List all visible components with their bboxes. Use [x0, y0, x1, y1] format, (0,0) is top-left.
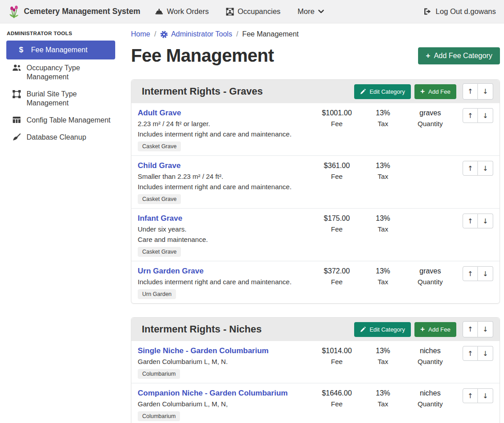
- move-fee-down-button[interactable]: ↓: [478, 214, 493, 228]
- fee-amount-label: Fee: [311, 400, 363, 408]
- move-fee-up-button[interactable]: ↑: [463, 266, 478, 281]
- fee-description-1: 2.23 m² / 24 ft² or larger.: [138, 119, 311, 128]
- move-fee-up-button[interactable]: ↑: [463, 388, 478, 403]
- fee-amount-label: Fee: [311, 225, 363, 233]
- fee-tax-col: 13% Tax: [363, 214, 403, 233]
- sidebar-item-config-table[interactable]: Config Table Management: [6, 112, 115, 129]
- move-category-up-button[interactable]: ↑: [463, 83, 478, 100]
- fee-name-link[interactable]: Adult Grave: [138, 108, 181, 118]
- fee-amount: $372.00: [311, 266, 363, 276]
- fee-name-link[interactable]: Child Grave: [138, 161, 180, 171]
- fee-reorder-group: ↑ ↓: [463, 214, 493, 228]
- up-arrow-icon: ↑: [468, 392, 473, 400]
- category-header: Interment Rights - Graves Edit Category …: [131, 80, 500, 103]
- sidebar-item-fee-management[interactable]: $ Fee Management: [6, 41, 115, 59]
- fee-amount-col: $361.00 Fee: [311, 161, 363, 180]
- up-arrow-icon: ↑: [468, 217, 473, 225]
- fee-tax-col: 13% Tax: [363, 346, 403, 365]
- fee-reorder-group: ↑ ↓: [463, 161, 493, 176]
- fee-tax-label: Tax: [363, 173, 403, 180]
- logout-button[interactable]: Log Out d.gowans: [423, 7, 496, 16]
- breadcrumb-admin-link[interactable]: Administrator Tools: [160, 30, 232, 38]
- fee-description-1: Smaller than 2.23 m² / 24 ft².: [138, 172, 311, 181]
- add-fee-button[interactable]: + Add Fee: [414, 322, 456, 337]
- move-category-down-button[interactable]: ↓: [478, 321, 493, 337]
- fee-category-card: Interment Rights - Graves Edit Category …: [131, 79, 500, 304]
- sidebar-item-label: Burial Site Type Management: [27, 90, 111, 108]
- fee-type-badge: Urn Garden: [138, 289, 176, 299]
- move-fee-down-button[interactable]: ↓: [478, 388, 493, 403]
- fee-amount: $175.00: [311, 214, 363, 223]
- plus-icon: +: [420, 327, 425, 332]
- fee-quantity: niches: [403, 346, 457, 356]
- dollar-icon: $: [16, 46, 26, 54]
- plus-icon: +: [426, 53, 430, 59]
- main-nav: Work Orders Occupancies: [155, 7, 324, 16]
- nav-work-orders-label: Work Orders: [167, 7, 209, 16]
- fee-main-cell: Urn Garden Grave Includes interment righ…: [138, 266, 311, 299]
- fee-description-1: Garden Columbarium L, M, N.: [138, 357, 311, 366]
- move-fee-up-button[interactable]: ↑: [463, 108, 478, 123]
- fee-tax-col: 13% Tax: [363, 108, 403, 127]
- fee-quantity-col: niches Quantity: [403, 346, 457, 365]
- fee-tax: 13%: [363, 214, 403, 223]
- sidebar-item-database-cleanup[interactable]: Database Cleanup: [6, 129, 115, 146]
- fee-tax-col: 13% Tax: [363, 266, 403, 286]
- tulip-logo-icon: [8, 5, 20, 18]
- fee-amount-col: $372.00 Fee: [311, 266, 363, 286]
- nav-occupancies[interactable]: Occupancies: [226, 7, 280, 16]
- add-fee-button[interactable]: + Add Fee: [414, 84, 456, 99]
- move-fee-up-button[interactable]: ↑: [463, 214, 478, 228]
- category-header: Interment Rights - Niches Edit Category …: [131, 318, 500, 341]
- move-fee-down-button[interactable]: ↓: [478, 161, 493, 176]
- fee-name-link[interactable]: Single Niche - Garden Columbarium: [138, 346, 269, 356]
- down-arrow-icon: ↓: [482, 392, 488, 400]
- up-arrow-icon: ↑: [468, 164, 473, 173]
- nav-occupancies-label: Occupancies: [238, 7, 280, 16]
- add-fee-category-button[interactable]: + Add Fee Category: [418, 47, 500, 64]
- nav-work-orders[interactable]: Work Orders: [155, 7, 209, 16]
- plus-icon: +: [420, 89, 425, 94]
- fee-description-2: Includes interment right and care and ma…: [138, 130, 311, 139]
- move-fee-down-button[interactable]: ↓: [478, 108, 493, 123]
- fee-quantity-col: graves Quantity: [403, 108, 457, 127]
- fee-name-link[interactable]: Urn Garden Grave: [138, 266, 203, 276]
- breadcrumb-home-link[interactable]: Home: [131, 30, 150, 38]
- sidebar-item-burial-site-type[interactable]: Burial Site Type Management: [6, 86, 115, 112]
- fee-tax-label: Tax: [363, 120, 403, 127]
- sidebar-item-occupancy-type[interactable]: Occupancy Type Management: [6, 59, 115, 86]
- fee-reorder-group: ↑ ↓: [463, 266, 493, 281]
- category-title: Interment Rights - Niches: [142, 323, 261, 335]
- app-brand[interactable]: Cemetery Management System: [8, 5, 140, 18]
- fee-name-link[interactable]: Companion Niche - Garden Columbarium: [138, 388, 288, 398]
- table-icon: [12, 116, 22, 123]
- add-fee-label: Add Fee: [428, 88, 450, 95]
- nav-more[interactable]: More: [297, 7, 324, 16]
- fee-amount: $361.00: [311, 161, 363, 171]
- move-fee-down-button[interactable]: ↓: [478, 346, 493, 361]
- broom-icon: [12, 133, 22, 141]
- down-arrow-icon: ↓: [482, 87, 488, 96]
- fee-amount-label: Fee: [311, 173, 363, 180]
- gear-icon: [160, 31, 168, 38]
- fee-name-link[interactable]: Infant Grave: [138, 214, 182, 223]
- fee-row: Adult Grave 2.23 m² / 24 ft² or larger. …: [131, 103, 500, 155]
- page-title: Fee Management: [131, 45, 274, 66]
- breadcrumb-separator: /: [236, 30, 238, 38]
- move-category-down-button[interactable]: ↓: [478, 83, 493, 100]
- edit-category-button[interactable]: Edit Category: [354, 84, 411, 99]
- move-category-up-button[interactable]: ↑: [463, 321, 478, 337]
- fee-quantity: graves: [403, 266, 457, 276]
- fee-description-1: Garden Columbarium L, M, N,: [138, 400, 311, 409]
- move-fee-down-button[interactable]: ↓: [478, 266, 493, 281]
- fee-type-badge: Columbarium: [138, 369, 180, 379]
- fee-description-2: Includes interment right and care and ma…: [138, 182, 311, 191]
- move-fee-up-button[interactable]: ↑: [463, 161, 478, 176]
- breadcrumb-current: Fee Management: [242, 30, 298, 38]
- edit-category-button[interactable]: Edit Category: [354, 322, 411, 337]
- fee-reorder-group: ↑ ↓: [463, 108, 493, 123]
- category-reorder-group: ↑ ↓: [463, 83, 493, 100]
- down-arrow-icon: ↓: [482, 112, 488, 120]
- up-arrow-icon: ↑: [468, 87, 473, 96]
- move-fee-up-button[interactable]: ↑: [463, 346, 478, 361]
